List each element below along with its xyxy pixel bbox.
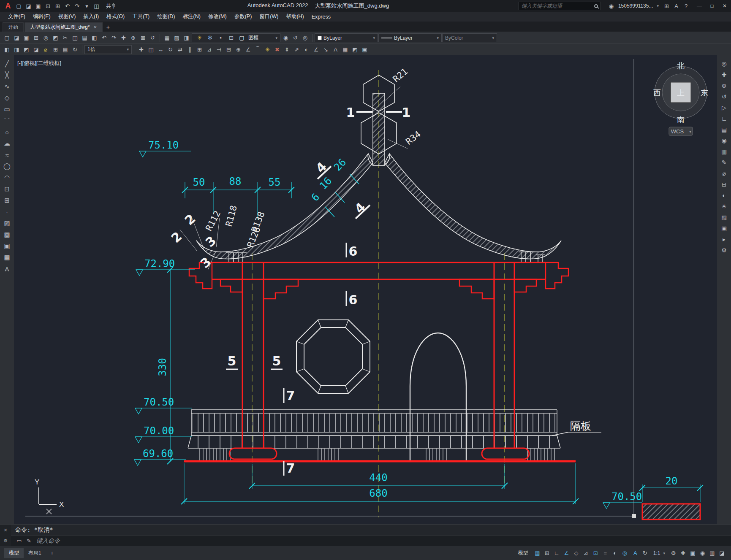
command-prompt-row[interactable]: ▭✎ 键入命令 <box>11 535 731 546</box>
mirror-icon[interactable]: ⇄ <box>175 45 185 54</box>
measure-icon[interactable]: ⌀ <box>41 45 51 54</box>
polar-tracking-icon[interactable]: ∠ <box>562 549 571 557</box>
qnew-icon[interactable]: ▢ <box>14 2 24 11</box>
match-properties-icon[interactable]: ◧ <box>90 33 99 42</box>
table-icon[interactable]: ▦ <box>340 45 350 54</box>
ucs-icon[interactable]: ∟ <box>718 113 730 124</box>
hatch-icon[interactable]: ▨ <box>1 218 13 229</box>
minimize-button[interactable]: — <box>693 0 706 12</box>
draworder-back-icon[interactable]: ◨ <box>12 45 22 54</box>
properties-icon[interactable]: ▣ <box>360 45 370 54</box>
revision-cloud-icon[interactable]: ☁ <box>1 138 13 149</box>
steering-icon[interactable]: ◉ <box>718 135 730 146</box>
command-panel[interactable]: ✕⚙ 命令: *取消* ▭✎ 键入命令 <box>0 524 731 546</box>
dim-aligned-icon[interactable]: ⇗ <box>292 45 302 54</box>
menu-item-insert[interactable]: 插入(I) <box>79 12 103 22</box>
construction-line-icon[interactable]: ╳ <box>1 70 13 81</box>
bracket-inner-left[interactable] <box>264 279 298 299</box>
paste-clip-icon[interactable]: ▤ <box>80 33 90 42</box>
chamfer-icon[interactable]: ∠ <box>243 45 253 54</box>
copy-icon[interactable]: ◫ <box>146 45 156 54</box>
stretch-icon[interactable]: ↔ <box>156 45 166 54</box>
zoom-previous-icon[interactable]: ↺ <box>148 33 158 42</box>
orbit-icon[interactable]: ↺ <box>718 91 730 102</box>
dim-radius-icon[interactable]: ◐ <box>302 45 311 54</box>
plot-icon[interactable]: ⊞ <box>53 2 63 11</box>
offset-icon[interactable]: ∥ <box>185 45 195 54</box>
layer-freeze-icon[interactable]: ✻ <box>205 33 215 42</box>
update-icon[interactable]: ↻ <box>70 45 80 54</box>
polyline-icon[interactable]: ∿ <box>1 81 13 92</box>
materials-icon[interactable]: ▨ <box>718 212 730 222</box>
tab-start[interactable]: 开始 <box>3 22 24 32</box>
bracket-outer-right[interactable] <box>514 279 536 292</box>
ellipse-arc-icon[interactable]: ◠ <box>1 172 13 183</box>
pan-icon[interactable]: ✚ <box>718 69 730 80</box>
zoom-icon[interactable]: ⊕ <box>718 80 730 91</box>
bracket-inner-right[interactable] <box>459 279 494 299</box>
menu-item-file[interactable]: 文件(F) <box>4 12 29 22</box>
dim-angular-icon[interactable]: ∠ <box>311 45 321 54</box>
layer-color-swatch-icon[interactable]: ▢ <box>237 33 247 42</box>
region-icon[interactable]: ▣ <box>1 241 13 252</box>
search-input[interactable] <box>522 3 592 9</box>
menu-item-format[interactable]: 格式(O) <box>103 12 128 22</box>
roof-right-band[interactable] <box>385 154 561 259</box>
camera-icon[interactable]: ◐ <box>718 190 730 200</box>
account-icon[interactable]: ◉ <box>606 2 616 11</box>
qnew-icon[interactable]: ▢ <box>2 33 12 42</box>
spline-icon[interactable]: ≈ <box>1 149 13 160</box>
ellipse-icon[interactable]: ◯ <box>1 161 13 172</box>
line-icon[interactable]: ╱ <box>1 58 13 69</box>
point-icon[interactable]: · <box>1 206 13 217</box>
multiline-text-icon[interactable]: A <box>1 263 13 274</box>
rotate-icon[interactable]: ↻ <box>166 45 175 54</box>
redo-icon[interactable]: ↷ <box>109 33 119 42</box>
zoom-window-icon[interactable]: ⊠ <box>138 33 148 42</box>
undo-icon[interactable]: ↶ <box>63 2 72 11</box>
detail-hatch-box[interactable] <box>642 504 700 519</box>
selection-cycling-icon[interactable]: ◎ <box>620 549 630 557</box>
search-icon[interactable] <box>594 4 598 8</box>
arc-icon[interactable]: ⌒ <box>1 115 13 126</box>
share-button[interactable]: 共享 <box>102 3 120 10</box>
object-snap-tracking-icon[interactable]: ⊿ <box>581 549 591 557</box>
ortho-mode-icon[interactable]: ∟ <box>552 549 562 557</box>
section-icon[interactable]: ⊟ <box>718 179 730 189</box>
command-pencil-icon[interactable]: ✎ <box>24 536 34 545</box>
leader-icon[interactable]: ↘ <box>321 45 331 54</box>
maximize-button[interactable]: □ <box>706 0 718 12</box>
cut-icon[interactable]: ✂ <box>60 33 70 42</box>
tab-active-document[interactable]: 大型泵站水闸施工图_dwg* ✕ <box>24 22 103 32</box>
autoscale-icon[interactable]: ↻ <box>640 549 650 557</box>
quick-calc-icon[interactable]: ⊞ <box>51 45 60 54</box>
layer-combo[interactable]: ☀✻▪⊡▢ 图框 ▾ <box>192 33 280 42</box>
layer-plot-icon[interactable]: ⊡ <box>226 33 236 42</box>
annotation-visibility-icon[interactable]: A <box>630 549 640 557</box>
undo-icon[interactable]: ↶ <box>99 33 109 42</box>
menu-item-express[interactable]: Express <box>308 12 334 22</box>
new-tab-button[interactable]: + <box>103 22 113 32</box>
help-icon[interactable]: ? <box>681 2 691 11</box>
menu-item-dimension[interactable]: 标注(N) <box>179 12 204 22</box>
platform-railing[interactable] <box>188 410 560 461</box>
layer-previous-icon[interactable]: ↺ <box>291 33 300 42</box>
search-box[interactable] <box>519 2 601 10</box>
app-store-icon[interactable]: ⊞ <box>662 2 671 11</box>
extend-icon[interactable]: ⊣ <box>214 45 224 54</box>
workspace-switching-icon[interactable]: ⚙ <box>668 549 678 557</box>
isodraft-icon[interactable]: ◇ <box>571 549 581 557</box>
gradient-icon[interactable]: ▩ <box>1 229 13 240</box>
save-icon[interactable]: ▣ <box>22 33 31 42</box>
show-motion-icon[interactable]: ▷ <box>718 102 730 113</box>
rectangle-icon[interactable]: ▭ <box>1 104 13 115</box>
layer-isolate-icon[interactable]: ◨ <box>182 33 191 42</box>
layer-lock-icon[interactable]: ▪ <box>216 33 226 42</box>
menu-item-modify[interactable]: 修改(M) <box>204 12 231 22</box>
menu-item-view[interactable]: 视图(V) <box>54 12 80 22</box>
plinth-right[interactable] <box>482 448 529 459</box>
menu-item-draw[interactable]: 绘图(D) <box>153 12 179 22</box>
autodesk-apps-icon[interactable]: A <box>671 2 681 11</box>
autocad-logo-icon[interactable]: A <box>3 1 14 11</box>
draworder-front-icon[interactable]: ◧ <box>2 45 12 54</box>
